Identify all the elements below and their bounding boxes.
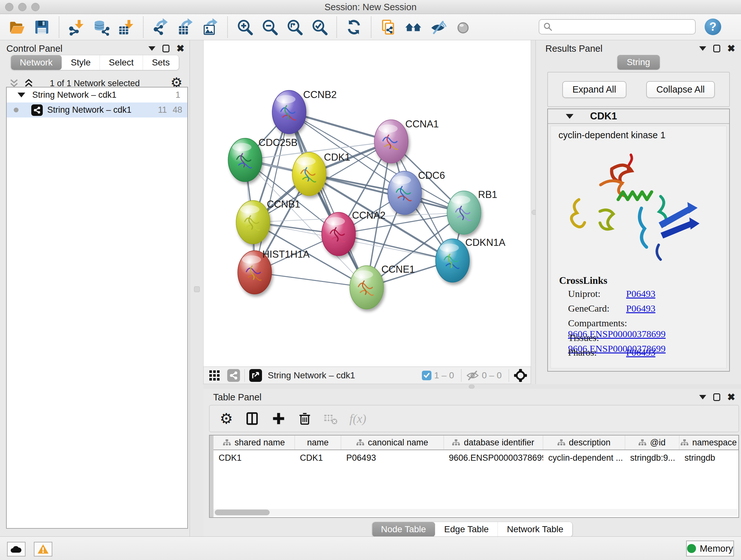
- table-cell[interactable]: cyclin-dependent ...: [543, 451, 625, 465]
- network-edge[interactable]: [289, 112, 367, 287]
- zoom-in-button[interactable]: [232, 17, 257, 37]
- hide-selected-icon: [429, 18, 447, 36]
- export-table-button[interactable]: [173, 17, 198, 37]
- fit-selected-crosshair-icon[interactable]: [514, 368, 528, 382]
- network-node-ccnb1[interactable]: CCNB1: [236, 199, 300, 244]
- network-tree-row[interactable]: String Network – cdk11148: [7, 103, 187, 118]
- network-canvas[interactable]: CCNB2CCNA1CDC25BCDK1CDC6RB1CCNB1CCNA2CDK…: [203, 40, 531, 367]
- tab-style[interactable]: Style: [62, 55, 100, 70]
- tab-network-table[interactable]: Network Table: [498, 522, 572, 537]
- gene-header[interactable]: CDK1: [548, 109, 729, 124]
- float-panel-icon[interactable]: [162, 45, 170, 52]
- expand-all-button[interactable]: Expand All: [562, 81, 626, 98]
- cloud-button[interactable]: [7, 542, 25, 557]
- column-header-database-identifier[interactable]: database identifier: [444, 435, 543, 449]
- table-cell[interactable]: stringdb:9...: [625, 451, 679, 465]
- tab-node-table[interactable]: Node Table: [372, 522, 435, 537]
- import-network-from-file-button[interactable]: [64, 17, 89, 37]
- create-column-icon[interactable]: [245, 411, 260, 426]
- crosslink-link[interactable]: P06493: [626, 303, 656, 314]
- close-panel-icon[interactable]: ✖: [727, 393, 735, 401]
- table-cell[interactable]: 9606.ENSP00000378699: [444, 451, 543, 465]
- tab-network[interactable]: Network: [11, 55, 62, 70]
- panel-menu-icon[interactable]: [699, 395, 706, 399]
- collapse-all-button[interactable]: Collapse All: [646, 81, 715, 98]
- collapse-gene-icon[interactable]: [566, 114, 574, 119]
- close-panel-icon[interactable]: ✖: [177, 45, 185, 52]
- table-options-gear-icon[interactable]: ⚙: [219, 411, 234, 426]
- network-node-cdc6[interactable]: CDC6: [388, 170, 445, 214]
- tab-select[interactable]: Select: [100, 55, 143, 70]
- column-header-name[interactable]: name: [295, 435, 341, 449]
- float-panel-icon[interactable]: [713, 393, 720, 401]
- add-row-plus-icon[interactable]: [271, 411, 286, 426]
- hide-selected-button[interactable]: [426, 17, 451, 37]
- warnings-button[interactable]: [34, 542, 52, 557]
- delete-trash-icon[interactable]: [297, 411, 313, 426]
- memory-button[interactable]: Memory: [686, 541, 734, 557]
- network-node-cdkn1a[interactable]: CDKN1A: [435, 237, 506, 282]
- table-vertical-scrollbar[interactable]: [210, 435, 213, 517]
- close-panel-icon[interactable]: ✖: [727, 45, 735, 52]
- panel-menu-icon[interactable]: [699, 46, 706, 51]
- open-in-window-icon[interactable]: [249, 369, 262, 382]
- network-node-cdc25b[interactable]: CDC25B: [228, 137, 297, 182]
- help-button[interactable]: ?: [704, 18, 721, 35]
- node-label: RB1: [478, 189, 497, 200]
- column-label: name: [307, 438, 329, 448]
- column-header-canonical-name[interactable]: canonical name: [341, 435, 444, 449]
- network-node-ccne1[interactable]: CCNE1: [350, 264, 415, 309]
- tab-edge-table[interactable]: Edge Table: [435, 522, 498, 537]
- network-share-icon[interactable]: [227, 369, 240, 382]
- column-header-namespace[interactable]: namespace: [679, 435, 738, 449]
- column-header-description[interactable]: description: [543, 435, 625, 449]
- export-network-button[interactable]: [148, 17, 173, 37]
- column-header-shared-name[interactable]: shared name: [213, 435, 295, 449]
- network-node-rb1[interactable]: RB1: [447, 189, 497, 234]
- network-node-cdk1[interactable]: CDK1: [292, 152, 350, 196]
- first-neighbors-button[interactable]: [401, 17, 426, 37]
- node-label: CCNE1: [381, 264, 415, 275]
- save-session-button[interactable]: [29, 17, 54, 37]
- tab-sets[interactable]: Sets: [143, 55, 179, 70]
- network-edge[interactable]: [255, 112, 289, 272]
- crosslink-link[interactable]: P06493: [626, 347, 656, 358]
- zoom-out-button[interactable]: [257, 17, 282, 37]
- network-tree-row[interactable]: String Network – cdk11: [7, 87, 187, 103]
- network-edge[interactable]: [339, 234, 453, 260]
- import-table-from-file-button[interactable]: [114, 17, 138, 37]
- node-label: HIST1H1A: [262, 249, 310, 260]
- show-all-button[interactable]: [451, 17, 475, 37]
- export-image-button[interactable]: [198, 17, 223, 37]
- node-label: CCNA2: [352, 210, 386, 221]
- birds-eye-grid-icon[interactable]: [208, 369, 221, 382]
- search-input[interactable]: [553, 22, 687, 32]
- horizontal-splitter[interactable]: [203, 384, 741, 389]
- table-cell[interactable]: CDK1: [213, 451, 295, 465]
- float-panel-icon[interactable]: [713, 45, 720, 52]
- zoom-fit-content-button[interactable]: [282, 17, 307, 37]
- selected-nodes-checkbox[interactable]: [422, 371, 431, 380]
- clone-network-button[interactable]: [376, 17, 401, 37]
- refresh-network-button[interactable]: [341, 17, 366, 37]
- import-network-from-database-button[interactable]: [89, 17, 114, 37]
- table-cell[interactable]: stringdb: [679, 451, 738, 465]
- left-splitter-handle[interactable]: [194, 287, 200, 292]
- crosslink-link[interactable]: P06493: [626, 288, 656, 299]
- zoom-selected-button[interactable]: [307, 17, 332, 37]
- node-label: CDKN1A: [465, 237, 506, 248]
- panel-menu-icon[interactable]: [148, 46, 155, 51]
- table-cell[interactable]: P06493: [341, 451, 444, 465]
- collapse-branch-icon[interactable]: [17, 92, 25, 98]
- tab-string[interactable]: String: [617, 55, 660, 70]
- network-node-ccnb2[interactable]: CCNB2: [272, 89, 337, 134]
- results-panel: Results Panel ✖ String Expand All Collap…: [536, 40, 741, 384]
- network-tree: String Network – cdk11String Network – c…: [6, 87, 188, 529]
- open-session-button[interactable]: [4, 17, 29, 37]
- table-horizontal-scrollbar[interactable]: [213, 509, 738, 516]
- network-node-hist1h1a[interactable]: HIST1H1A: [238, 249, 310, 294]
- column-header--id[interactable]: @id: [625, 435, 679, 449]
- table-cell[interactable]: CDK1: [295, 451, 341, 465]
- app-status-bar: Memory: [0, 537, 741, 560]
- search-box[interactable]: [539, 19, 696, 35]
